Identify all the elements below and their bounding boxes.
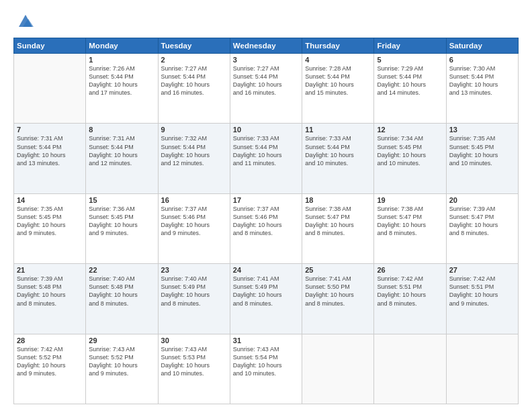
day-info: Sunrise: 7:31 AM Sunset: 5:44 PM Dayligh… bbox=[89, 134, 154, 167]
calendar-cell: 23Sunrise: 7:40 AM Sunset: 5:49 PM Dayli… bbox=[158, 264, 230, 334]
day-number: 22 bbox=[89, 266, 154, 274]
calendar-week-row: 14Sunrise: 7:35 AM Sunset: 5:45 PM Dayli… bbox=[14, 193, 519, 263]
day-info: Sunrise: 7:26 AM Sunset: 5:44 PM Dayligh… bbox=[89, 64, 154, 97]
day-number: 3 bbox=[233, 56, 299, 64]
day-info: Sunrise: 7:43 AM Sunset: 5:53 PM Dayligh… bbox=[161, 345, 227, 378]
day-number: 17 bbox=[233, 196, 299, 204]
calendar-header-saturday: Saturday bbox=[446, 38, 518, 54]
calendar-cell: 14Sunrise: 7:35 AM Sunset: 5:45 PM Dayli… bbox=[14, 193, 86, 263]
calendar-cell: 15Sunrise: 7:36 AM Sunset: 5:45 PM Dayli… bbox=[86, 193, 158, 263]
day-info: Sunrise: 7:32 AM Sunset: 5:44 PM Dayligh… bbox=[161, 134, 227, 167]
calendar-cell: 3Sunrise: 7:27 AM Sunset: 5:44 PM Daylig… bbox=[230, 54, 302, 124]
calendar-cell: 27Sunrise: 7:42 AM Sunset: 5:51 PM Dayli… bbox=[446, 264, 518, 334]
day-number: 7 bbox=[17, 126, 83, 134]
day-info: Sunrise: 7:38 AM Sunset: 5:47 PM Dayligh… bbox=[377, 205, 443, 238]
day-number: 9 bbox=[161, 126, 227, 134]
calendar-cell: 19Sunrise: 7:38 AM Sunset: 5:47 PM Dayli… bbox=[374, 193, 446, 263]
calendar-cell: 5Sunrise: 7:29 AM Sunset: 5:44 PM Daylig… bbox=[374, 54, 446, 124]
day-info: Sunrise: 7:38 AM Sunset: 5:47 PM Dayligh… bbox=[305, 205, 371, 238]
day-info: Sunrise: 7:29 AM Sunset: 5:44 PM Dayligh… bbox=[377, 64, 443, 97]
day-number: 25 bbox=[305, 266, 371, 274]
day-number: 8 bbox=[89, 126, 154, 134]
calendar-week-row: 28Sunrise: 7:42 AM Sunset: 5:52 PM Dayli… bbox=[14, 334, 519, 404]
calendar-cell: 26Sunrise: 7:42 AM Sunset: 5:51 PM Dayli… bbox=[374, 264, 446, 334]
day-number: 1 bbox=[89, 56, 154, 64]
calendar-cell: 28Sunrise: 7:42 AM Sunset: 5:52 PM Dayli… bbox=[14, 334, 86, 404]
day-number: 30 bbox=[161, 336, 227, 345]
calendar-header-monday: Monday bbox=[86, 38, 158, 54]
day-info: Sunrise: 7:37 AM Sunset: 5:46 PM Dayligh… bbox=[233, 205, 299, 238]
day-number: 16 bbox=[161, 196, 227, 204]
calendar-header-friday: Friday bbox=[374, 38, 446, 54]
day-info: Sunrise: 7:30 AM Sunset: 5:44 PM Dayligh… bbox=[449, 64, 515, 97]
calendar-cell: 17Sunrise: 7:37 AM Sunset: 5:46 PM Dayli… bbox=[230, 193, 302, 263]
day-number: 23 bbox=[161, 266, 227, 274]
calendar-cell: 8Sunrise: 7:31 AM Sunset: 5:44 PM Daylig… bbox=[86, 124, 158, 193]
day-number: 15 bbox=[89, 196, 154, 204]
day-info: Sunrise: 7:28 AM Sunset: 5:44 PM Dayligh… bbox=[305, 64, 371, 97]
calendar-cell: 1Sunrise: 7:26 AM Sunset: 5:44 PM Daylig… bbox=[86, 54, 158, 124]
calendar-week-row: 7Sunrise: 7:31 AM Sunset: 5:44 PM Daylig… bbox=[14, 124, 519, 193]
calendar-table: SundayMondayTuesdayWednesdayThursdayFrid… bbox=[13, 38, 519, 404]
day-info: Sunrise: 7:35 AM Sunset: 5:45 PM Dayligh… bbox=[449, 134, 515, 167]
day-number: 6 bbox=[449, 56, 515, 64]
calendar-cell: 31Sunrise: 7:43 AM Sunset: 5:54 PM Dayli… bbox=[230, 334, 302, 404]
day-info: Sunrise: 7:40 AM Sunset: 5:48 PM Dayligh… bbox=[89, 275, 154, 308]
day-info: Sunrise: 7:42 AM Sunset: 5:52 PM Dayligh… bbox=[17, 345, 83, 378]
day-info: Sunrise: 7:33 AM Sunset: 5:44 PM Dayligh… bbox=[233, 134, 299, 167]
day-number: 11 bbox=[305, 126, 371, 134]
calendar-cell: 25Sunrise: 7:41 AM Sunset: 5:50 PM Dayli… bbox=[302, 264, 374, 334]
calendar-cell: 21Sunrise: 7:39 AM Sunset: 5:48 PM Dayli… bbox=[14, 264, 86, 334]
day-info: Sunrise: 7:27 AM Sunset: 5:44 PM Dayligh… bbox=[233, 64, 299, 97]
calendar-cell: 30Sunrise: 7:43 AM Sunset: 5:53 PM Dayli… bbox=[158, 334, 230, 404]
day-info: Sunrise: 7:27 AM Sunset: 5:44 PM Dayligh… bbox=[161, 64, 227, 97]
calendar-cell: 22Sunrise: 7:40 AM Sunset: 5:48 PM Dayli… bbox=[86, 264, 158, 334]
calendar-cell: 6Sunrise: 7:30 AM Sunset: 5:44 PM Daylig… bbox=[446, 54, 518, 124]
day-info: Sunrise: 7:42 AM Sunset: 5:51 PM Dayligh… bbox=[377, 275, 443, 308]
calendar-header-wednesday: Wednesday bbox=[230, 38, 302, 54]
day-info: Sunrise: 7:37 AM Sunset: 5:46 PM Dayligh… bbox=[161, 205, 227, 238]
day-info: Sunrise: 7:40 AM Sunset: 5:49 PM Dayligh… bbox=[161, 275, 227, 308]
calendar-cell: 24Sunrise: 7:41 AM Sunset: 5:49 PM Dayli… bbox=[230, 264, 302, 334]
day-number: 18 bbox=[305, 196, 371, 204]
calendar-week-row: 21Sunrise: 7:39 AM Sunset: 5:48 PM Dayli… bbox=[14, 264, 519, 334]
calendar-cell bbox=[374, 334, 446, 404]
day-number: 28 bbox=[17, 336, 83, 345]
day-number: 31 bbox=[233, 336, 299, 345]
calendar-cell bbox=[14, 54, 86, 124]
day-number: 14 bbox=[17, 196, 83, 204]
calendar-cell: 11Sunrise: 7:33 AM Sunset: 5:44 PM Dayli… bbox=[302, 124, 374, 193]
day-info: Sunrise: 7:42 AM Sunset: 5:51 PM Dayligh… bbox=[449, 275, 515, 308]
day-number: 12 bbox=[377, 126, 443, 134]
calendar-header-tuesday: Tuesday bbox=[158, 38, 230, 54]
calendar-cell bbox=[446, 334, 518, 404]
calendar-cell: 9Sunrise: 7:32 AM Sunset: 5:44 PM Daylig… bbox=[158, 124, 230, 193]
calendar-cell: 29Sunrise: 7:43 AM Sunset: 5:52 PM Dayli… bbox=[86, 334, 158, 404]
day-info: Sunrise: 7:39 AM Sunset: 5:48 PM Dayligh… bbox=[17, 275, 83, 308]
day-number: 29 bbox=[89, 336, 154, 345]
calendar-cell: 10Sunrise: 7:33 AM Sunset: 5:44 PM Dayli… bbox=[230, 124, 302, 193]
logo bbox=[13, 12, 35, 31]
day-info: Sunrise: 7:35 AM Sunset: 5:45 PM Dayligh… bbox=[17, 205, 83, 238]
day-info: Sunrise: 7:34 AM Sunset: 5:45 PM Dayligh… bbox=[377, 134, 443, 167]
calendar-cell: 16Sunrise: 7:37 AM Sunset: 5:46 PM Dayli… bbox=[158, 193, 230, 263]
day-info: Sunrise: 7:31 AM Sunset: 5:44 PM Dayligh… bbox=[17, 134, 83, 167]
day-number: 2 bbox=[161, 56, 227, 64]
calendar-cell: 18Sunrise: 7:38 AM Sunset: 5:47 PM Dayli… bbox=[302, 193, 374, 263]
day-info: Sunrise: 7:36 AM Sunset: 5:45 PM Dayligh… bbox=[89, 205, 154, 238]
day-info: Sunrise: 7:43 AM Sunset: 5:54 PM Dayligh… bbox=[233, 345, 299, 378]
day-number: 27 bbox=[449, 266, 515, 274]
day-info: Sunrise: 7:39 AM Sunset: 5:47 PM Dayligh… bbox=[449, 205, 515, 238]
calendar-cell: 2Sunrise: 7:27 AM Sunset: 5:44 PM Daylig… bbox=[158, 54, 230, 124]
day-info: Sunrise: 7:41 AM Sunset: 5:49 PM Dayligh… bbox=[233, 275, 299, 308]
day-number: 26 bbox=[377, 266, 443, 274]
calendar-cell bbox=[302, 334, 374, 404]
day-info: Sunrise: 7:41 AM Sunset: 5:50 PM Dayligh… bbox=[305, 275, 371, 308]
calendar-cell: 7Sunrise: 7:31 AM Sunset: 5:44 PM Daylig… bbox=[14, 124, 86, 193]
calendar-header-sunday: Sunday bbox=[14, 38, 86, 54]
page: SundayMondayTuesdayWednesdayThursdayFrid… bbox=[0, 0, 532, 411]
calendar-cell: 20Sunrise: 7:39 AM Sunset: 5:47 PM Dayli… bbox=[446, 193, 518, 263]
day-number: 24 bbox=[233, 266, 299, 274]
day-number: 10 bbox=[233, 126, 299, 134]
calendar-cell: 13Sunrise: 7:35 AM Sunset: 5:45 PM Dayli… bbox=[446, 124, 518, 193]
